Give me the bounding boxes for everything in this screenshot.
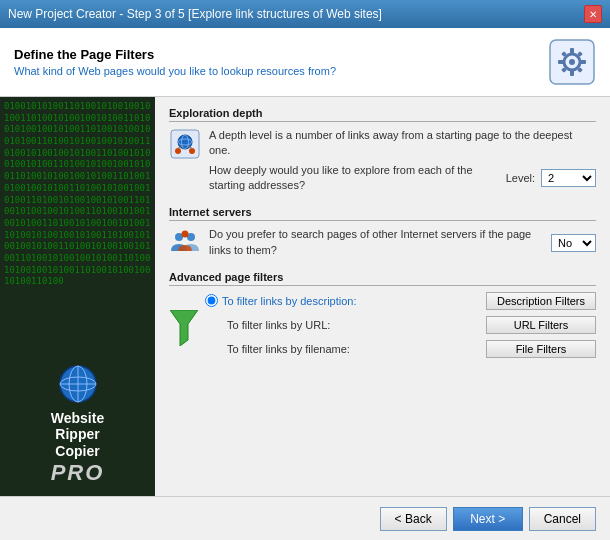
filter-url-row: To filter links by URL: URL Filters (205, 316, 596, 334)
svg-marker-27 (170, 310, 198, 346)
filter-description-radio[interactable] (205, 294, 218, 307)
servers-icon (169, 227, 201, 259)
servers-row: Do you prefer to search pages of other I… (169, 227, 596, 259)
exploration-depth-title: Exploration depth (169, 107, 596, 122)
filter-filename-row: To filter links by filename: File Filter… (205, 340, 596, 358)
internet-servers-section: Internet servers Do you pref (169, 206, 596, 259)
title-bar-text: New Project Creator - Step 3 of 5 [Explo… (8, 7, 382, 21)
filter-description-label: To filter links by description: (222, 295, 482, 307)
exploration-depth-row: A depth level is a number of links away … (169, 128, 596, 194)
svg-point-2 (569, 59, 575, 65)
settings-icon (548, 38, 596, 86)
close-button[interactable]: ✕ (584, 5, 602, 23)
footer: < Back Next > Cancel (0, 496, 610, 540)
filter-rows-group: To filter links by description: Descript… (205, 292, 596, 364)
advanced-filters-section: Advanced page filters To filter links by… (169, 271, 596, 364)
internet-servers-title: Internet servers (169, 206, 596, 221)
svg-point-26 (182, 230, 189, 237)
globe-icon (56, 362, 100, 406)
filter-filename-label: To filter links by filename: (227, 343, 482, 355)
svg-rect-4 (570, 70, 574, 76)
filter-main-row: To filter links by description: Descript… (169, 292, 596, 364)
header-text: Define the Page Filters What kind of Web… (14, 47, 548, 77)
exploration-depth-desc: A depth level is a number of links away … (209, 128, 596, 159)
header-subtitle: What kind of Web pages would you like to… (14, 65, 548, 77)
level-select[interactable]: 1 2 3 4 5 (541, 169, 596, 187)
filter-url-label: To filter links by URL: (227, 319, 482, 331)
sidebar-brand: WebsiteRipperCopier PRO (51, 362, 105, 486)
description-filters-button[interactable]: Description Filters (486, 292, 596, 310)
sidebar: 0100101010011010010100100101001101001010… (0, 97, 155, 496)
sidebar-brand-pro: PRO (51, 460, 105, 486)
advanced-filters-title: Advanced page filters (169, 271, 596, 286)
title-bar: New Project Creator - Step 3 of 5 [Explo… (0, 0, 610, 28)
cancel-button[interactable]: Cancel (529, 507, 596, 531)
url-filters-button[interactable]: URL Filters (486, 316, 596, 334)
servers-select[interactable]: No Yes (551, 234, 596, 252)
dialog: Define the Page Filters What kind of Web… (0, 28, 610, 540)
file-filters-button[interactable]: File Filters (486, 340, 596, 358)
svg-rect-3 (570, 48, 574, 54)
level-label: Level: (506, 172, 535, 184)
svg-point-21 (189, 148, 195, 154)
filter-icon (169, 313, 199, 343)
svg-rect-5 (558, 60, 564, 64)
globe-links-icon (169, 128, 201, 160)
back-button[interactable]: < Back (380, 507, 447, 531)
header-title: Define the Page Filters (14, 47, 548, 62)
header: Define the Page Filters What kind of Web… (0, 28, 610, 97)
exploration-depth-section: Exploration depth (169, 107, 596, 194)
svg-point-20 (175, 148, 181, 154)
next-button[interactable]: Next > (453, 507, 523, 531)
exploration-depth-content: A depth level is a number of links away … (209, 128, 596, 194)
body: 0100101010011010010100100101001101001010… (0, 97, 610, 496)
level-question: How deeply would you like to explore fro… (209, 163, 500, 194)
sidebar-brand-name: WebsiteRipperCopier (51, 410, 105, 460)
filter-description-row: To filter links by description: Descript… (205, 292, 596, 310)
content-area: Exploration depth (155, 97, 610, 496)
level-row: How deeply would you like to explore fro… (209, 163, 596, 194)
svg-rect-6 (580, 60, 586, 64)
servers-text: Do you prefer to search pages of other I… (209, 227, 543, 258)
